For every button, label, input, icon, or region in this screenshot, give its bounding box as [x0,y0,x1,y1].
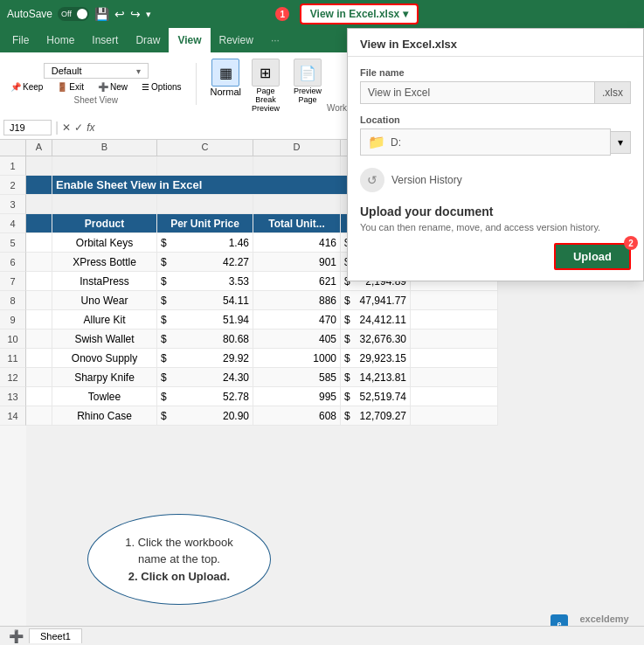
table-row: Swish Wallet $80.68 405 $32,676.30 [26,329,644,349]
new-button[interactable]: ➕ New [94,80,131,94]
page-break-icon: ⊞ [252,59,280,87]
preview-page-icon: 📄 [294,59,322,87]
annotation-line3: 2. Click on Upload. [128,570,230,583]
view-in-excel-label: View in Excel.xlsx [310,8,400,20]
location-arrow[interactable]: ▾ [611,131,631,154]
upload-badge: 2 [624,236,638,250]
autosave-state: Off [61,10,72,18]
fx-icon[interactable]: ✓ [74,121,83,134]
dropdown-arrow-icon: ▾ [403,8,408,20]
upload-button[interactable]: Upload [554,243,631,270]
row-num-7: 7 [0,272,26,291]
options-button[interactable]: ☰ Options [138,80,184,94]
table-row: Onovo Supply $29.92 1000 $29,923.15 [26,349,644,368]
upload-section: Upload your document You can then rename… [360,205,631,270]
row-num-5: 5 [0,233,26,253]
file-name-label: File name [360,67,631,78]
cell-reference-box[interactable]: J19 [3,120,52,135]
formula-icons: ✕ ✓ fx [62,121,94,134]
col-header-d: D [253,140,341,156]
watermark-brand: exceldemy [571,614,637,624]
annotation-line1: 1. Click the workbook [125,536,233,549]
table-row: Rhino Case $20.90 608 $12,709.27 [26,406,644,426]
autosave-toggle[interactable]: Off [58,7,89,21]
tab-more[interactable]: ··· [262,28,288,52]
annotation-bubble: 1. Click the workbook name at the top. 2… [87,514,271,606]
dropdown-arrow-icon: ▾ [136,66,141,76]
total-units-header[interactable]: Total Unit... [253,214,341,233]
file-name-row: .xlsx [360,81,631,104]
file-name-input[interactable] [360,81,595,104]
formula-fx-icon[interactable]: fx [87,121,94,134]
version-history-row: ↺ Version History [360,168,631,192]
more-icon[interactable]: ▾ [146,9,151,20]
title-bar: AutoSave Off 💾 ↩ ↪ ▾ View in Excel.xlsx … [0,0,644,28]
sheet-view-tools: 📌 Keep 🚪 Exit ➕ New ☰ Options [7,80,185,94]
version-history-label[interactable]: Version History [391,174,462,186]
location-box[interactable]: 📁 D: [360,128,611,156]
tab-view[interactable]: View [169,28,210,52]
sheet-tab-bar: ➕ Sheet1 [0,626,644,645]
undo-icon[interactable]: ↩ [114,7,125,21]
row-num-8: 8 [0,291,26,310]
corner-header [0,140,26,156]
view-in-excel-button[interactable]: View in Excel.xlsx ▾ [300,3,419,24]
row-num-9: 9 [0,310,26,329]
view-in-excel-badge: 1 [275,7,289,21]
sheet-tab-1[interactable]: Sheet1 [29,628,82,643]
save-icon[interactable]: 💾 [94,7,109,21]
product-header[interactable]: Product [52,214,157,233]
exit-button[interactable]: 🚪 Exit [53,80,87,94]
cell-ref-value: J19 [10,122,25,133]
col-header-a: A [26,140,52,156]
tab-home[interactable]: Home [38,28,83,52]
row-num-11: 11 [0,349,26,368]
page-break-button[interactable]: ⊞ Page Break Preview [248,59,283,113]
formula-divider: | [55,120,59,135]
panel-header: View in Excel.xlsx [348,29,643,57]
version-history-icon: ↺ [360,168,384,192]
table-row: Sharpy Knife $24.30 585 $14,213.81 [26,368,644,387]
row-num-6: 6 [0,253,26,272]
annotation-line2: name at the top. [138,552,220,565]
row-num-12: 12 [0,368,26,387]
row-num-4: 4 [0,214,26,233]
upload-desc: You can then rename, move, and access ve… [360,222,631,232]
normal-button[interactable]: ▦ Normal [211,59,241,97]
panel-overlay: View in Excel.xlsx File name .xlsx Locat… [347,28,644,281]
row-num-2: 2 [0,176,26,195]
autosave-label: AutoSave [7,8,52,20]
sheet-view-dropdown[interactable]: Default ▾ [44,63,149,79]
location-value: D: [391,136,401,149]
table-row: Towlee $52.78 995 $52,519.74 [26,387,644,406]
row-num-10: 10 [0,329,26,349]
row-num-1: 1 [0,156,26,176]
table-row: Allure Kit $51.94 470 $24,412.11 [26,310,644,329]
per-unit-price-header[interactable]: Per Unit Price [157,214,253,233]
row-num-14: 14 [0,406,26,426]
row-numbers: 1 2 3 4 5 6 7 8 9 10 11 12 13 14 [0,156,26,640]
location-label: Location [360,114,631,125]
tab-review[interactable]: Review [211,28,262,52]
autosave-knob [77,9,87,19]
panel-body: File name .xlsx Location 📁 D: ▾ ↺ Versio… [348,57,643,281]
location-row: 📁 D: ▾ [360,128,631,156]
tab-file[interactable]: File [3,28,38,52]
upload-btn-row: Upload 2 [360,243,631,270]
tab-insert[interactable]: Insert [83,28,127,52]
redo-icon[interactable]: ↪ [130,7,141,21]
table-row: Uno Wear $54.11 886 $47,941.77 [26,291,644,310]
panel-title: View in Excel.xlsx [360,38,631,51]
tab-draw[interactable]: Draw [127,28,169,52]
checkmark-icon[interactable]: ✕ [62,121,71,134]
sheet-view-label: Sheet View [74,95,118,105]
preview-page-button[interactable]: 📄 Preview Page [290,59,325,104]
folder-icon: 📁 [368,134,385,150]
add-sheet-icon[interactable]: ➕ [3,629,29,643]
title-bar-left: AutoSave Off 💾 ↩ ↪ ▾ [7,7,151,21]
row-num-13: 13 [0,387,26,406]
keep-button[interactable]: 📌 Keep [7,80,46,94]
sheet-view-group: Default ▾ 📌 Keep 🚪 Exit ➕ New ☰ Options … [7,63,197,105]
normal-icon: ▦ [211,59,239,87]
col-header-c: C [157,140,253,156]
